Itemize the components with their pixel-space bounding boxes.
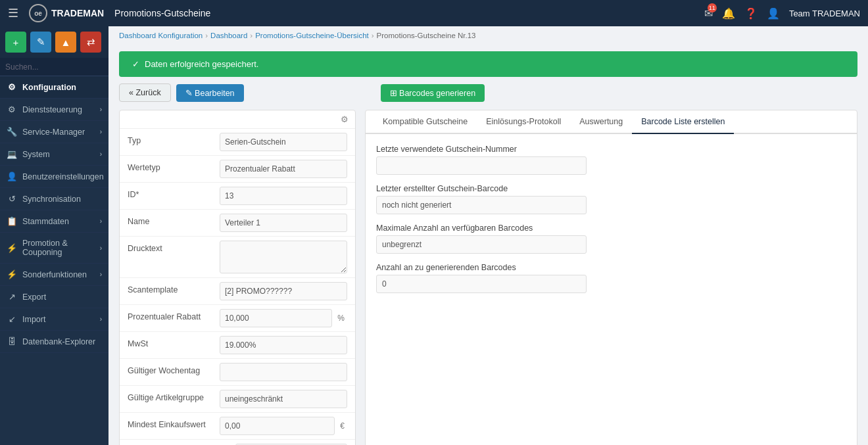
chevron-icon: › [100,218,102,225]
value-name [220,214,347,232]
chevron-icon: › [100,271,102,278]
input-typ[interactable] [220,133,347,151]
sidebar-item-export[interactable]: ↗ Export [0,286,108,308]
form-row-wochentag: Gültiger Wochentag [120,359,355,386]
form-row-id: ID* [120,183,355,210]
sidebar-item-label: Benutzereinstellungen [22,172,104,181]
input-rabatt[interactable] [220,309,332,327]
label-mwst: MwSt [128,336,220,348]
alert-message: Daten erfolgreich gespeichert. [145,59,258,69]
rabatt-suffix: % [335,314,347,323]
quick-btn-add[interactable]: + [5,32,26,53]
form-row-einkaufswert: Mindest Einkaufswert € [120,413,355,440]
stammdaten-icon: 📋 [7,216,17,226]
logo-icon: oe [29,4,47,22]
sidebar-item-datenbank-explorer[interactable]: 🗄 Datenbank-Explorer [0,331,108,353]
main-columns: ⚙ Typ Wertetyp [119,110,857,445]
form-row-mwst: MwSt [120,332,355,359]
breadcrumb-dashboard[interactable]: Dashboard [210,32,247,39]
anzahl-label: Anzahl an zu generierenden Barcodes [376,263,846,272]
einkaufswert-suffix: € [337,421,347,431]
sidebar-item-label: Export [22,293,46,302]
max-barcodes-input[interactable] [376,235,587,254]
sidebar-item-service-manager[interactable]: 🔧 Service-Manager › [0,121,108,143]
benutzereinstellungen-icon: 👤 [7,172,17,181]
last-number-input[interactable] [376,156,587,175]
sidebar-item-system[interactable]: 💻 System › [0,143,108,166]
anzahl-input[interactable] [376,275,587,293]
input-einkaufswert[interactable] [220,417,335,435]
max-barcodes-row: Maximale Anzahl an verfügbaren Barcodes [376,223,846,254]
quick-btn-upload[interactable]: ▲ [55,32,76,53]
datenbank-icon: 🗄 [7,337,17,346]
tab-barcode-liste[interactable]: Barcode Liste erstellen [632,110,734,134]
chevron-icon: › [100,151,102,158]
app-logo: oe TRADEMAN [29,4,104,22]
input-artikelgruppe[interactable] [220,390,347,408]
value-mwst [220,336,347,354]
sidebar-item-synchronisation[interactable]: ↺ Synchronisation [0,188,108,210]
user-icon[interactable]: 👤 [767,7,780,20]
barcode-button[interactable]: ⊞ Barcodes generieren [381,84,485,102]
input-mwst[interactable] [220,336,347,354]
sidebar-search: 🔍 [0,58,108,76]
value-id [220,187,347,205]
sidebar-item-sonderfunktionen[interactable]: ⚡ Sonderfunktionen › [0,264,108,286]
brand-name: TRADEMAN [51,8,104,18]
breadcrumb-current: Promotions-Gutscheine Nr.13 [377,32,476,39]
max-barcodes-label: Maximale Anzahl an verfügbaren Barcodes [376,223,846,233]
page-title: Promotions-Gutscheine [114,8,210,18]
sidebar-item-promotion-couponing[interactable]: ⚡ Promotion & Couponing › [0,233,108,264]
quick-btn-share[interactable]: ⇄ [80,32,101,53]
input-scantemplate[interactable] [220,282,347,300]
edit-button[interactable]: ✎ Bearbeiten [176,84,244,102]
sidebar: + ✎ ▲ ⇄ 🔍 ⚙ Konfiguration ⚙ Dienststeuer… [0,26,108,445]
input-wertetyp[interactable] [220,160,347,178]
tab-auswertung[interactable]: Auswertung [570,110,632,134]
sidebar-item-label: Konfiguration [22,83,76,92]
input-drucktext[interactable] [220,241,347,273]
search-input[interactable] [5,62,104,72]
sidebar-item-import[interactable]: ↙ Import › [0,308,108,331]
nav-right: ✉ 11 🔔 ❓ 👤 Team TRADEMAN [704,7,860,20]
input-wochentag[interactable] [220,363,347,381]
sidebar-item-stammdaten[interactable]: 📋 Stammdaten › [0,210,108,233]
settings-icon[interactable]: ⚙ [341,114,349,124]
sidebar-item-benutzereinstellungen[interactable]: 👤 Benutzereinstellungen › [0,166,108,188]
sidebar-item-label: Import [22,315,45,324]
quick-btn-edit[interactable]: ✎ [30,32,51,53]
breadcrumb-uebersicht[interactable]: Promotions-Gutscheine-Übersicht [255,32,369,39]
right-panel: Kompatible Gutscheine Einlösungs-Protoko… [365,110,857,445]
last-barcode-input[interactable] [376,196,587,214]
tab-kompatible-gutscheine[interactable]: Kompatible Gutscheine [374,110,477,134]
mail-icon[interactable]: ✉ 11 [704,7,713,20]
sidebar-item-label: Promotion & Couponing [22,239,95,257]
input-id[interactable] [220,187,347,205]
input-name[interactable] [220,214,347,232]
hamburger-icon[interactable]: ☰ [8,6,18,20]
form-row-drucktext: Drucktext [120,237,355,278]
label-rabatt: Prozentualer Rabatt [128,309,220,321]
form-row-gueltig-von: Gültig von 📅 [120,440,355,445]
anzahl-row: Anzahl an zu generierenden Barcodes [376,263,846,293]
sidebar-item-label: Service-Manager [22,128,85,137]
back-button[interactable]: « Zurück [119,83,171,102]
label-einkaufswert: Mindest Einkaufswert [128,417,220,429]
help-icon[interactable]: ❓ [744,7,758,20]
tab-barcode-content: Letzte verwendete Gutschein-Nummer Letzt… [366,134,857,313]
value-wertetyp [220,160,347,178]
last-barcode-row: Letzter erstellter Gutschein-Barcode [376,184,846,214]
checkmark-icon: ✓ [132,59,139,69]
left-panel: ⚙ Typ Wertetyp [119,110,356,445]
sidebar-item-label: System [22,150,50,159]
sidebar-item-konfiguration[interactable]: ⚙ Konfiguration [0,76,108,99]
page-content: « Zurück ✎ Bearbeiten ⊞ Barcodes generie… [108,83,868,445]
bell-icon[interactable]: 🔔 [722,7,735,20]
chevron-icon: › [100,316,102,323]
value-artikelgruppe [220,390,347,408]
tab-einloesungs-protokoll[interactable]: Einlösungs-Protokoll [477,110,570,134]
breadcrumb-dashboard-konfiguration[interactable]: Dashboard Konfiguration [119,32,203,39]
content-area: Dashboard Konfiguration › Dashboard › Pr… [108,26,868,445]
label-drucktext: Drucktext [128,241,220,253]
sidebar-item-dienststeuerung[interactable]: ⚙ Dienststeuerung › [0,99,108,121]
